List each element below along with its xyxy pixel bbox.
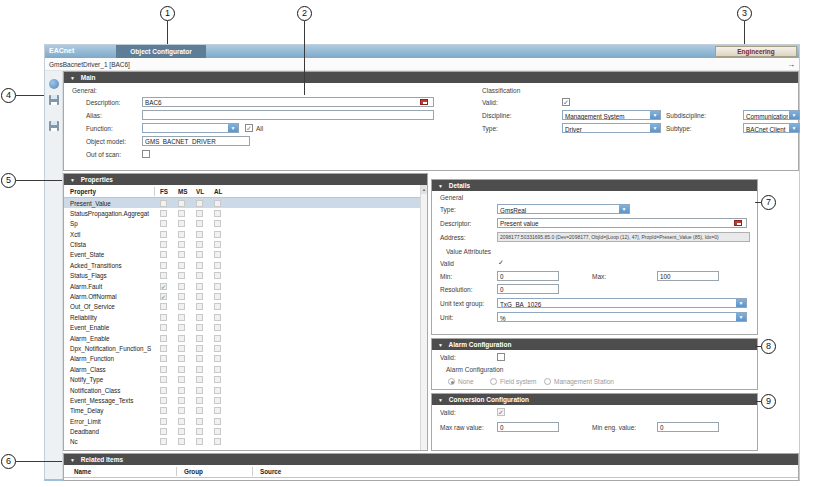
save-all-icon[interactable]	[49, 121, 59, 131]
property-checkbox-al[interactable]	[214, 397, 221, 404]
column-group[interactable]: Group	[184, 468, 203, 475]
property-checkbox-fs[interactable]: ✓	[160, 293, 167, 300]
translation-flag-icon[interactable]	[420, 99, 428, 105]
classification-valid-checkbox[interactable]: ✓	[562, 98, 570, 106]
property-checkbox-al[interactable]	[214, 251, 221, 258]
property-checkbox-al[interactable]	[214, 200, 221, 207]
property-checkbox-al[interactable]	[214, 407, 221, 414]
property-checkbox-fs[interactable]	[160, 355, 167, 362]
property-row[interactable]: Dpx_Notification_Function_S	[64, 343, 420, 353]
property-checkbox-fs[interactable]	[160, 438, 167, 445]
property-checkbox-ms[interactable]	[178, 366, 185, 373]
property-checkbox-ms[interactable]	[178, 314, 185, 321]
property-checkbox-al[interactable]	[214, 314, 221, 321]
property-checkbox-ms[interactable]	[178, 220, 185, 227]
property-row[interactable]: Alarm_Class	[64, 364, 420, 374]
properties-section-header[interactable]: ▼ Properties	[64, 174, 427, 185]
function-dropdown[interactable]: ▼	[142, 123, 239, 133]
property-row[interactable]: Alarm.OffNormal✓	[64, 292, 420, 302]
property-checkbox-vl[interactable]	[196, 283, 203, 290]
property-checkbox-vl[interactable]	[196, 335, 203, 342]
property-checkbox-al[interactable]	[214, 345, 221, 352]
property-row[interactable]: Reliability	[64, 312, 420, 322]
property-checkbox-vl[interactable]	[196, 272, 203, 279]
property-row[interactable]: Notify_Type	[64, 375, 420, 385]
out-of-scan-checkbox[interactable]	[142, 150, 150, 158]
property-checkbox-ms[interactable]	[178, 241, 185, 248]
property-checkbox-vl[interactable]	[196, 314, 203, 321]
property-checkbox-al[interactable]	[214, 355, 221, 362]
property-checkbox-al[interactable]	[214, 335, 221, 342]
all-checkbox[interactable]: ✓	[245, 124, 253, 132]
property-row[interactable]: Sp	[64, 219, 420, 229]
property-checkbox-vl[interactable]	[196, 428, 203, 435]
column-property[interactable]: Property	[70, 188, 96, 195]
property-checkbox-ms[interactable]	[178, 293, 185, 300]
save-icon[interactable]	[49, 95, 59, 105]
conversion-configuration-header[interactable]: ▼ Conversion Configuration	[432, 394, 757, 405]
property-checkbox-fs[interactable]	[160, 376, 167, 383]
details-type-dropdown[interactable]: GmsReal ▼	[497, 204, 630, 214]
property-checkbox-vl[interactable]	[196, 231, 203, 238]
property-row[interactable]: Alarm_Enable	[64, 333, 420, 343]
property-checkbox-al[interactable]	[214, 438, 221, 445]
property-checkbox-fs[interactable]	[160, 251, 167, 258]
related-items-header[interactable]: ▼ Related Items	[64, 454, 798, 465]
property-checkbox-al[interactable]	[214, 366, 221, 373]
scroll-up-icon[interactable]: ▲	[421, 185, 427, 194]
system-orb-icon[interactable]	[49, 79, 59, 89]
property-checkbox-fs[interactable]	[160, 407, 167, 414]
property-checkbox-ms[interactable]	[178, 283, 185, 290]
pin-icon[interactable]: →	[787, 60, 795, 69]
column-ms[interactable]: MS	[178, 188, 187, 195]
column-fs[interactable]: FS	[160, 188, 168, 195]
property-checkbox-ms[interactable]	[178, 200, 185, 207]
property-row[interactable]: Event_Message_Texts	[64, 395, 420, 405]
max-input[interactable]	[657, 271, 719, 281]
column-vl[interactable]: VL	[196, 188, 204, 195]
property-row[interactable]: Acked_Transitions	[64, 260, 420, 270]
column-al[interactable]: AL	[214, 188, 222, 195]
property-checkbox-ms[interactable]	[178, 272, 185, 279]
property-checkbox-fs[interactable]	[160, 387, 167, 394]
main-section-header[interactable]: ▼ Main	[64, 72, 798, 83]
property-checkbox-vl[interactable]	[196, 438, 203, 445]
property-checkbox-ms[interactable]	[178, 335, 185, 342]
property-checkbox-vl[interactable]	[196, 387, 203, 394]
property-checkbox-vl[interactable]	[196, 345, 203, 352]
property-checkbox-al[interactable]	[214, 210, 221, 217]
property-checkbox-al[interactable]	[214, 324, 221, 331]
properties-scrollbar[interactable]: ▲	[420, 185, 427, 450]
property-checkbox-ms[interactable]	[178, 397, 185, 404]
property-checkbox-vl[interactable]	[196, 251, 203, 258]
property-row[interactable]: Alarm.Fault✓	[64, 281, 420, 291]
property-checkbox-al[interactable]	[214, 293, 221, 300]
radio-field-system[interactable]	[490, 378, 497, 385]
property-checkbox-fs[interactable]: ✓	[160, 283, 167, 290]
property-row[interactable]: Error_Limit	[64, 416, 420, 426]
property-checkbox-al[interactable]	[214, 241, 221, 248]
translation-flag-icon[interactable]	[734, 220, 742, 226]
property-checkbox-vl[interactable]	[196, 220, 203, 227]
property-checkbox-vl[interactable]	[196, 241, 203, 248]
details-section-header[interactable]: ▼ Details	[432, 180, 757, 191]
property-checkbox-al[interactable]	[214, 428, 221, 435]
property-checkbox-al[interactable]	[214, 387, 221, 394]
property-checkbox-ms[interactable]	[178, 231, 185, 238]
min-input[interactable]	[497, 271, 559, 281]
property-checkbox-ms[interactable]	[178, 262, 185, 269]
alias-input[interactable]	[142, 110, 434, 120]
property-checkbox-fs[interactable]	[160, 200, 167, 207]
property-checkbox-al[interactable]	[214, 220, 221, 227]
discipline-dropdown[interactable]: Management System ▼	[562, 110, 661, 120]
property-row[interactable]: Notification_Class	[64, 385, 420, 395]
unit-text-group-dropdown[interactable]: TxG_BA_1026 ▼	[497, 298, 747, 308]
property-checkbox-fs[interactable]	[160, 366, 167, 373]
property-checkbox-vl[interactable]	[196, 210, 203, 217]
property-checkbox-vl[interactable]	[196, 397, 203, 404]
property-checkbox-ms[interactable]	[178, 387, 185, 394]
property-checkbox-ms[interactable]	[178, 418, 185, 425]
tab-object-configurator[interactable]: Object Configurator	[116, 45, 206, 58]
property-checkbox-fs[interactable]	[160, 272, 167, 279]
description-input[interactable]	[142, 97, 434, 107]
